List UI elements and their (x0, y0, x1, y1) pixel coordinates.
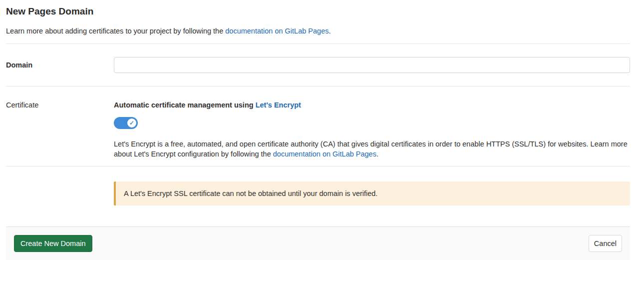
cancel-button[interactable]: Cancel (589, 235, 622, 252)
domain-field-col (114, 57, 630, 73)
auto-certificate-title: Automatic certificate management using L… (114, 100, 630, 110)
section-divider (6, 166, 630, 166)
certificate-form-row: Certificate Automatic certificate manage… (6, 86, 630, 166)
lets-encrypt-link[interactable]: Let's Encrypt (256, 101, 301, 109)
certificate-label: Certificate (6, 100, 114, 110)
create-new-domain-button[interactable]: Create New Domain (14, 235, 92, 252)
description-text-after: . (376, 150, 378, 158)
form-actions-footer: Create New Domain Cancel (6, 226, 630, 260)
warning-alert: A Let's Encrypt SSL certificate can not … (114, 182, 630, 206)
certificate-field-col: Automatic certificate management using L… (114, 100, 630, 166)
warning-alert-text: A Let's Encrypt SSL certificate can not … (124, 190, 377, 198)
lets-encrypt-description: Let's Encrypt is a free, automated, and … (114, 139, 630, 159)
toggle-knob: ✓ (127, 118, 136, 128)
page-title: New Pages Domain (6, 6, 630, 17)
intro-text-after: . (328, 27, 330, 35)
pages-docs-link[interactable]: documentation on GitLab Pages (225, 27, 328, 35)
domain-label: Domain (6, 57, 114, 70)
check-icon: ✓ (129, 120, 134, 126)
domain-form-row: Domain (6, 44, 630, 86)
intro-text-before: Learn more about adding certificates to … (6, 27, 225, 35)
auto-certificate-title-text: Automatic certificate management using (114, 101, 256, 109)
pages-docs-link-2[interactable]: documentation on GitLab Pages (273, 150, 376, 158)
domain-input[interactable] (114, 57, 630, 73)
auto-certificate-toggle[interactable]: ✓ (114, 117, 138, 129)
new-pages-domain-page: New Pages Domain Learn more about adding… (0, 0, 644, 260)
intro-text: Learn more about adding certificates to … (6, 26, 630, 36)
